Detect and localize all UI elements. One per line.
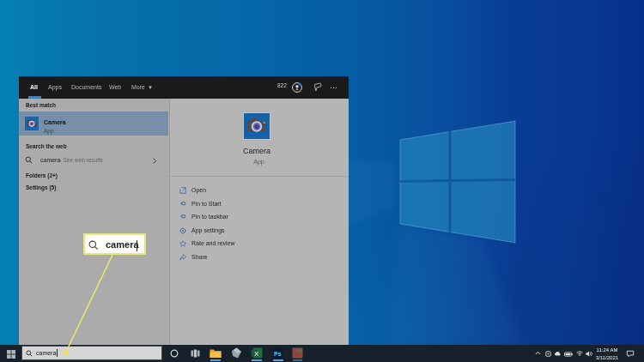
svg-text:Ps: Ps [274,351,282,357]
svg-text:X: X [254,350,259,358]
